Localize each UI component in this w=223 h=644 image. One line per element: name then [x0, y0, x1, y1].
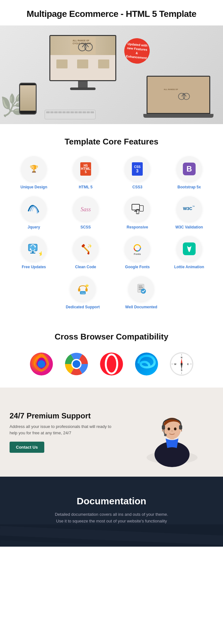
feature-w3c: W3C ™ W3C Validation	[165, 196, 214, 230]
unique-design-icon-wrap: 🏆	[21, 156, 47, 182]
docs-title: Documentation	[10, 496, 213, 507]
scss-label: SCSS	[80, 225, 91, 230]
lottie-icon-wrap	[176, 236, 202, 262]
browsers-grid: N S E W	[6, 351, 217, 378]
support-title: 24/7 Premium Support	[10, 411, 112, 420]
svg-rect-65	[139, 289, 142, 290]
docs-description: Detailed documentation covers all ins an…	[10, 511, 213, 525]
svg-text:S: S	[181, 369, 183, 371]
css3-label: CSS3	[133, 185, 142, 190]
feature-well-documented: Well Documented	[125, 276, 157, 310]
unique-design-label: Unique Design	[20, 185, 47, 190]
svg-point-93	[168, 428, 170, 430]
svg-text:ALL RANGE OF: ALL RANGE OF	[73, 39, 90, 42]
feature-clean-code: ✨ Clean Code	[61, 236, 110, 270]
svg-point-33	[137, 213, 138, 214]
svg-point-69	[38, 360, 45, 368]
responsive-label: Responsive	[127, 225, 148, 230]
svg-text:✨: ✨	[87, 243, 92, 248]
browser-firefox	[29, 351, 54, 378]
svg-text:Chat: Chat	[81, 292, 85, 294]
features-last-row: Chat ⭐ Dedicated Support	[6, 276, 217, 310]
jquery-label: Jquery	[28, 225, 40, 230]
bootstrap-label: Bootstrap 5x	[177, 185, 201, 190]
svg-point-72	[73, 360, 80, 368]
scss-icon-wrap: Sass	[73, 196, 98, 222]
well-documented-icon-wrap	[128, 276, 154, 302]
svg-rect-42	[30, 253, 35, 254]
monitor-mockup: ALL RANGE OF CYCLE MECHINE	[45, 35, 121, 99]
svg-text:⭐: ⭐	[85, 284, 89, 288]
clean-code-icon-wrap: ✨	[73, 236, 98, 262]
svg-rect-31	[140, 206, 143, 211]
w3c-icon-wrap: W3C ™	[176, 196, 202, 222]
browser-edge	[134, 351, 159, 378]
svg-text:🏆: 🏆	[30, 164, 39, 173]
support-section: 24/7 Premium Support Address all your is…	[0, 388, 223, 477]
svg-text:H5: H5	[83, 164, 88, 167]
dedicated-support-icon-wrap: Chat ⭐	[70, 276, 96, 302]
clean-code-label: Clean Code	[75, 265, 96, 270]
docs-section: Documentation Detailed documentation cov…	[0, 477, 223, 547]
feature-jquery: Jquery	[10, 196, 58, 230]
w3c-label: W3C Validation	[175, 225, 203, 230]
dedicated-support-label: Dedicated Support	[66, 305, 100, 310]
feature-dedicated-support: Chat ⭐ Dedicated Support	[66, 276, 100, 310]
bootstrap-icon-wrap: B	[176, 156, 202, 182]
svg-text:Fonts: Fonts	[134, 253, 141, 256]
feature-responsive: Responsive	[113, 196, 162, 230]
svg-text:™: ™	[192, 205, 195, 208]
svg-rect-56	[78, 288, 80, 291]
support-text-area: 24/7 Premium Support Address all your is…	[10, 411, 112, 453]
svg-rect-57	[85, 288, 88, 291]
feature-css3: CSS 3 CSS3	[113, 156, 162, 190]
contact-us-button[interactable]: Contact Us	[10, 442, 44, 453]
page-title: Multipage Ecommerce - HTML 5 Template	[0, 0, 223, 25]
feature-scss: Sass SCSS	[61, 196, 110, 230]
svg-rect-96	[179, 425, 182, 430]
laptop-mockup: ALL RANGE OF	[147, 76, 210, 118]
jquery-icon-wrap	[21, 196, 47, 222]
svg-text:⭐: ⭐	[39, 251, 42, 256]
svg-text:Sass: Sass	[81, 206, 91, 213]
feature-google-fonts: Fonts Google Fonts	[113, 236, 162, 270]
google-fonts-label: Google Fonts	[125, 265, 150, 270]
html5-icon-wrap: HTML 5 H5	[73, 156, 98, 182]
free-updates-icon-wrap: ⭐	[21, 236, 47, 262]
svg-point-94	[174, 428, 176, 430]
lottie-label: Lottie Animation	[174, 265, 204, 270]
keyboard-decoration	[45, 110, 96, 119]
hero-mockup: 🌿 ALL RANGE OF CYCLE MECHINE	[0, 25, 223, 124]
free-updates-label: Free Updates	[22, 265, 46, 270]
svg-rect-64	[139, 287, 143, 288]
feature-bootstrap: B Bootstrap 5x	[165, 156, 214, 190]
google-fonts-icon-wrap: Fonts	[125, 236, 150, 262]
svg-text:W3C: W3C	[183, 206, 192, 211]
svg-point-97	[164, 434, 167, 436]
support-person-image	[137, 400, 213, 464]
html5-label: HTML 5	[79, 185, 92, 190]
browser-chrome	[64, 351, 89, 378]
core-features-title: Template Core Features	[6, 137, 217, 147]
svg-text:W: W	[174, 363, 176, 365]
hero-section: 🌿 ALL RANGE OF CYCLE MECHINE	[0, 25, 223, 124]
svg-text:B: B	[186, 164, 192, 173]
svg-text:N: N	[181, 356, 182, 359]
css3-icon-wrap: CSS 3	[125, 156, 150, 182]
svg-text:3: 3	[136, 168, 139, 173]
phone-mockup	[19, 83, 37, 115]
svg-point-66	[141, 289, 146, 294]
support-description: Address all your issue to professionals …	[10, 424, 112, 436]
svg-rect-63	[139, 286, 142, 286]
browser-opera	[99, 351, 124, 378]
browsers-section-title: Cross Browser Compatibility	[6, 332, 217, 342]
feature-free-updates: ⭐ Free Updates	[10, 236, 58, 270]
svg-point-88	[181, 363, 183, 365]
svg-point-73	[100, 353, 123, 375]
feature-html5: HTML 5 H5 HTML 5	[61, 156, 110, 190]
svg-text:E: E	[187, 363, 189, 365]
core-features-section: Template Core Features 🏆 Unique Design H…	[0, 124, 223, 319]
updated-badge: Updated with new Features & Enhancement	[123, 37, 151, 65]
docs-content-area: Documentation Detailed documentation cov…	[10, 496, 213, 525]
browser-safari: N S E W	[169, 351, 194, 378]
